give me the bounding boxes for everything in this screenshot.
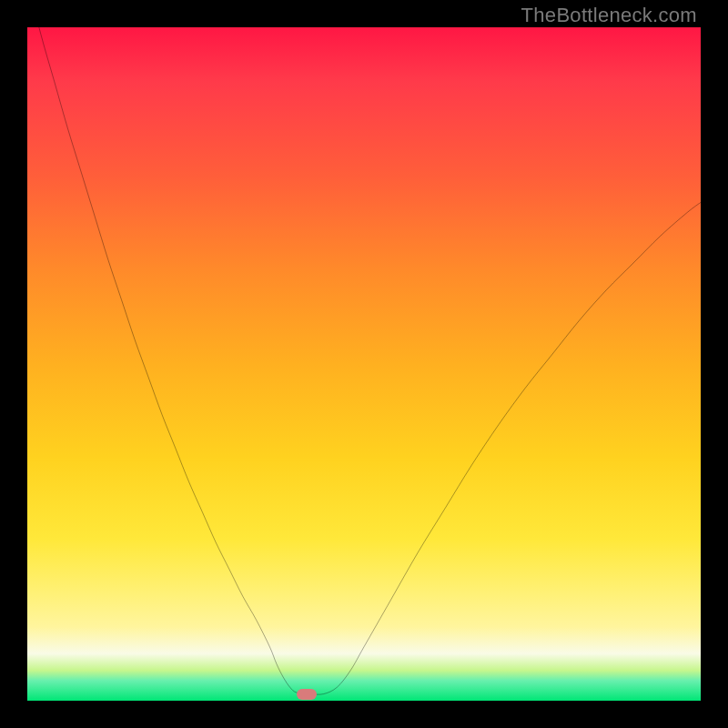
optimum-marker xyxy=(297,689,317,700)
curve-svg xyxy=(27,27,701,701)
chart-frame: TheBottleneck.com xyxy=(0,0,728,728)
watermark-text: TheBottleneck.com xyxy=(521,4,697,27)
plot-area xyxy=(27,27,701,701)
bottleneck-curve xyxy=(27,27,701,694)
